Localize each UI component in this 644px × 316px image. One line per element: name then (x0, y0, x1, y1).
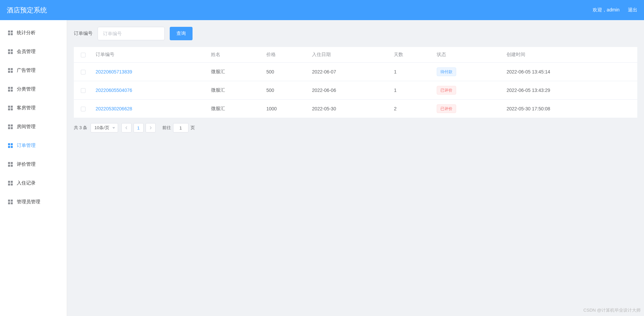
col-name: 姓名 (208, 47, 263, 63)
logout-link[interactable]: 退出 (628, 7, 637, 13)
order-no-link[interactable]: 20220605713839 (96, 69, 132, 74)
grid-icon (8, 106, 13, 110)
grid-icon (8, 143, 13, 148)
grid-icon (8, 31, 13, 35)
cell-name: 微服汇 (208, 100, 263, 118)
pagination: 共 3 条 10条/页 1 前往 页 (74, 123, 637, 133)
sidebar-item-0[interactable]: 统计分析 (0, 23, 67, 42)
top-header: 酒店预定系统 欢迎，admin 退出 (0, 0, 644, 20)
page-size-select[interactable]: 10条/页 (91, 123, 118, 133)
cell-checkin: 2022-06-07 (309, 63, 390, 81)
row-checkbox[interactable] (81, 88, 86, 93)
table-header-row: 订单编号 姓名 价格 入住日期 天数 状态 创建时间 (74, 47, 637, 63)
sidebar-item-5[interactable]: 房间管理 (0, 117, 67, 136)
order-no-input[interactable] (98, 27, 165, 40)
sidebar-item-2[interactable]: 广告管理 (0, 61, 67, 80)
select-all-checkbox[interactable] (81, 53, 86, 57)
order-table: 订单编号 姓名 价格 入住日期 天数 状态 创建时间 2022060571383… (74, 47, 637, 118)
cell-created: 2022-06-05 13:43:29 (503, 81, 637, 100)
grid-icon (8, 162, 13, 167)
row-checkbox[interactable] (81, 107, 86, 111)
next-page-button[interactable] (146, 123, 156, 133)
col-order-no: 订单编号 (92, 47, 208, 63)
page-btn-group: 1 (121, 123, 156, 133)
order-no-link[interactable]: 20220605504076 (96, 88, 132, 93)
col-price: 价格 (263, 47, 309, 63)
sidebar-item-label: 评价管理 (17, 161, 36, 167)
cell-days: 2 (390, 100, 433, 118)
sidebar-item-label: 分类管理 (17, 86, 36, 92)
cell-checkin: 2022-06-06 (309, 81, 390, 100)
cell-days: 1 (390, 63, 433, 81)
cell-created: 2022-06-05 13:45:14 (503, 63, 637, 81)
prev-page-button[interactable] (121, 123, 131, 133)
cell-name: 微服汇 (208, 63, 263, 81)
chevron-left-icon (125, 126, 128, 129)
cell-price: 1000 (263, 100, 309, 118)
sidebar-item-label: 客房管理 (17, 105, 36, 111)
total-text: 共 3 条 (74, 125, 87, 131)
col-created: 创建时间 (503, 47, 637, 63)
sidebar-item-label: 会员管理 (17, 49, 36, 55)
search-bar: 订单编号 查询 (74, 27, 637, 40)
grid-icon (8, 124, 13, 129)
order-no-link[interactable]: 20220530206628 (96, 106, 132, 111)
status-badge: 已评价 (437, 86, 456, 95)
page-jump-input[interactable] (173, 123, 189, 133)
chevron-right-icon (149, 126, 152, 129)
app-title: 酒店预定系统 (7, 6, 47, 15)
grid-icon (8, 200, 13, 204)
page-1-button[interactable]: 1 (133, 123, 144, 133)
sidebar-item-4[interactable]: 客房管理 (0, 99, 67, 117)
welcome-text: 欢迎，admin (593, 7, 620, 13)
sidebar-item-label: 统计分析 (17, 30, 36, 36)
header-right: 欢迎，admin 退出 (593, 7, 637, 13)
sidebar-item-3[interactable]: 分类管理 (0, 80, 67, 99)
cell-days: 1 (390, 81, 433, 100)
page-jump: 前往 页 (162, 123, 195, 133)
main-content: 订单编号 查询 订单编号 姓名 价格 入住日期 天数 状态 创建时间 20220… (67, 20, 644, 316)
sidebar-item-label: 订单管理 (17, 143, 36, 149)
row-checkbox[interactable] (81, 70, 86, 74)
grid-icon (8, 87, 13, 92)
jump-prefix: 前往 (162, 125, 171, 131)
cell-name: 微服汇 (208, 81, 263, 100)
sidebar-item-6[interactable]: 订单管理 (0, 136, 67, 155)
grid-icon (8, 181, 13, 186)
table-row: 20220605504076微服汇5002022-06-061已评价2022-0… (74, 81, 637, 100)
table-row: 20220530206628微服汇10002022-05-302已评价2022-… (74, 100, 637, 118)
cell-checkin: 2022-05-30 (309, 100, 390, 118)
status-badge: 待付款 (437, 67, 456, 76)
sidebar-item-label: 房间管理 (17, 124, 36, 130)
sidebar-item-9[interactable]: 管理员管理 (0, 193, 67, 211)
table-row: 20220605713839微服汇5002022-06-071待付款2022-0… (74, 63, 637, 81)
search-button[interactable]: 查询 (170, 27, 193, 40)
status-badge: 已评价 (437, 104, 456, 113)
sidebar-item-label: 入住记录 (17, 180, 36, 186)
col-days: 天数 (390, 47, 433, 63)
col-checkin: 入住日期 (309, 47, 390, 63)
container: 统计分析会员管理广告管理分类管理客房管理房间管理订单管理评价管理入住记录管理员管… (0, 20, 644, 316)
col-status: 状态 (433, 47, 503, 63)
sidebar-item-8[interactable]: 入住记录 (0, 174, 67, 193)
search-label: 订单编号 (74, 31, 93, 37)
cell-created: 2022-05-30 17:50:08 (503, 100, 637, 118)
sidebar-item-label: 广告管理 (17, 67, 36, 73)
sidebar-item-label: 管理员管理 (17, 199, 40, 205)
sidebar: 统计分析会员管理广告管理分类管理客房管理房间管理订单管理评价管理入住记录管理员管… (0, 20, 67, 316)
sidebar-item-1[interactable]: 会员管理 (0, 42, 67, 61)
cell-price: 500 (263, 81, 309, 100)
sidebar-item-7[interactable]: 评价管理 (0, 155, 67, 174)
grid-icon (8, 49, 13, 54)
grid-icon (8, 68, 13, 73)
jump-suffix: 页 (191, 125, 195, 131)
cell-price: 500 (263, 63, 309, 81)
